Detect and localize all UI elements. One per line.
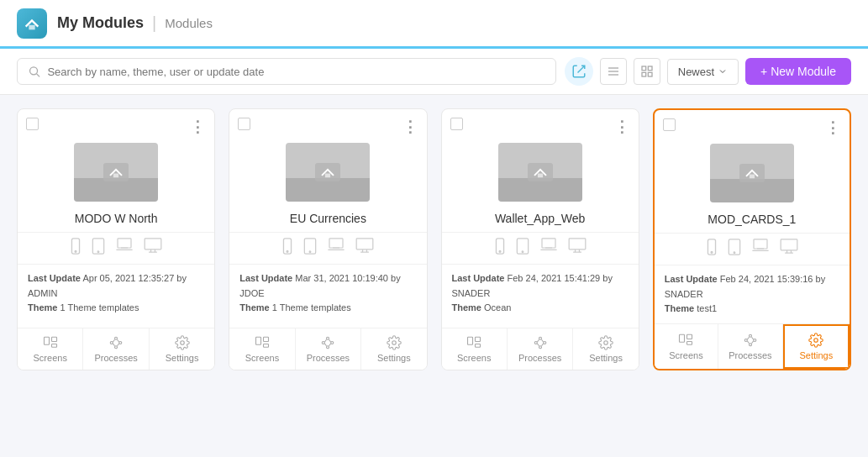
processes-button[interactable]: Processes (718, 324, 782, 369)
card-actions: Screens Processes Settings (655, 323, 850, 369)
mobile-icon (706, 239, 718, 260)
svg-point-29 (115, 346, 118, 349)
svg-line-78 (537, 339, 539, 342)
screens-button[interactable]: Screens (229, 328, 295, 370)
svg-point-39 (310, 251, 312, 253)
svg-rect-97 (687, 341, 692, 344)
card-checkbox[interactable] (238, 118, 250, 130)
tablet-icon (516, 238, 529, 259)
export-button[interactable] (565, 57, 593, 86)
svg-point-101 (749, 344, 751, 346)
sort-button[interactable]: Newest (667, 59, 739, 85)
svg-line-2 (37, 74, 40, 77)
svg-line-102 (747, 337, 749, 339)
module-name: EU Currencies (229, 208, 426, 232)
svg-point-13 (75, 250, 76, 252)
sort-label: Newest (678, 66, 714, 78)
svg-rect-0 (29, 24, 34, 29)
svg-point-106 (814, 339, 818, 343)
svg-rect-7 (642, 66, 646, 71)
search-input[interactable] (47, 66, 544, 78)
desktop-icon (144, 238, 162, 259)
thumbnail-logo (528, 163, 553, 181)
card-header: ⋮ (655, 110, 850, 137)
new-module-button[interactable]: + New Module (745, 58, 851, 85)
module-card-4: ⋮ MOD_CARDS_1 (653, 108, 851, 370)
module-thumbnail-image (498, 143, 582, 202)
tablet-icon (92, 238, 105, 259)
svg-rect-71 (468, 337, 473, 344)
screens-label: Screens (457, 353, 491, 363)
svg-point-76 (543, 341, 545, 344)
laptop-icon (327, 238, 345, 259)
module-name: MODO W North (18, 208, 214, 232)
settings-button[interactable]: Settings (361, 328, 426, 370)
header-separator: | (152, 13, 156, 33)
device-icons-row (442, 232, 639, 265)
card-menu-button[interactable]: ⋮ (190, 118, 206, 136)
svg-rect-25 (51, 344, 56, 347)
svg-line-103 (751, 337, 753, 339)
app-logo (17, 8, 47, 39)
processes-label: Processes (307, 353, 350, 363)
settings-label: Settings (589, 353, 623, 363)
processes-button[interactable]: Processes (83, 328, 149, 370)
grid-view-button[interactable] (634, 58, 660, 85)
svg-point-82 (604, 341, 608, 345)
svg-line-54 (325, 339, 327, 342)
toolbar-icons: Newest + New Module (565, 57, 851, 86)
search-bar[interactable] (17, 58, 556, 85)
thumbnail-logo (315, 163, 340, 181)
svg-line-32 (118, 344, 119, 346)
settings-button[interactable]: Settings (150, 328, 214, 370)
card-info: Last Update Feb 24, 2021 15:39:16 by SNA… (655, 265, 850, 323)
module-name: Wallet_App_Web (442, 208, 639, 232)
svg-rect-72 (476, 337, 481, 341)
app-header: My Modules | Modules (0, 0, 868, 49)
desktop-icon (355, 238, 374, 259)
card-header: ⋮ (18, 109, 214, 136)
screens-button[interactable]: Screens (18, 328, 83, 370)
svg-rect-59 (538, 174, 543, 178)
processes-button[interactable]: Processes (296, 328, 361, 370)
svg-rect-23 (44, 337, 49, 344)
svg-rect-88 (754, 239, 767, 249)
svg-point-52 (331, 341, 334, 344)
mobile-icon (70, 238, 82, 259)
svg-rect-9 (642, 72, 646, 76)
card-menu-button[interactable]: ⋮ (614, 118, 630, 136)
settings-button[interactable]: Settings (573, 328, 638, 370)
screens-button[interactable]: Screens (442, 328, 508, 370)
card-menu-button[interactable]: ⋮ (825, 118, 841, 137)
svg-rect-11 (113, 174, 118, 178)
svg-point-1 (30, 67, 38, 75)
svg-rect-40 (329, 239, 343, 248)
laptop-icon (539, 238, 558, 259)
card-actions: Screens Processes Settings (442, 328, 639, 370)
svg-point-61 (499, 250, 501, 252)
svg-line-31 (118, 339, 119, 342)
svg-point-87 (734, 252, 735, 254)
svg-rect-83 (750, 175, 755, 179)
tablet-icon (303, 238, 317, 259)
svg-point-28 (119, 341, 122, 344)
svg-rect-8 (648, 66, 652, 71)
card-actions: Screens Processes Settings (229, 328, 426, 370)
device-icons-row (18, 232, 214, 265)
svg-line-104 (751, 341, 753, 344)
settings-button[interactable]: Settings (783, 324, 850, 369)
card-thumbnail (229, 136, 426, 208)
list-view-button[interactable] (600, 58, 627, 85)
card-menu-button[interactable]: ⋮ (402, 118, 418, 136)
processes-button[interactable]: Processes (508, 328, 573, 370)
desktop-icon (780, 239, 798, 260)
processes-label: Processes (518, 353, 561, 363)
thumbnail-logo (103, 163, 129, 181)
card-checkbox[interactable] (663, 118, 676, 131)
svg-point-99 (749, 334, 751, 337)
screens-button[interactable]: Screens (655, 324, 718, 369)
svg-line-3 (577, 66, 584, 72)
card-checkbox[interactable] (26, 118, 39, 130)
card-checkbox[interactable] (450, 118, 463, 130)
desktop-icon (568, 238, 587, 259)
